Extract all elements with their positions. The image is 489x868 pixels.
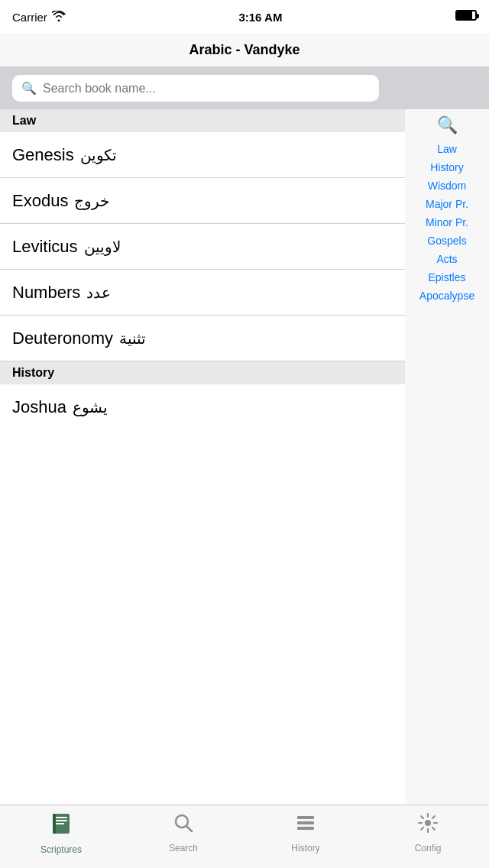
- sidebar-item-wisdom[interactable]: Wisdom: [428, 178, 467, 193]
- nav-header: Arabic - Vandyke: [0, 34, 489, 67]
- status-bar: Carrier 3:16 AM: [0, 0, 489, 34]
- svg-point-10: [425, 820, 431, 826]
- sidebar-item-gospels[interactable]: Gospels: [427, 233, 466, 248]
- book-name-joshua: Joshua يشوع: [12, 397, 108, 417]
- tab-scriptures-label: Scriptures: [40, 844, 82, 855]
- book-name-leviticus: Leviticus لاويين: [12, 237, 121, 257]
- svg-rect-4: [53, 814, 56, 834]
- sidebar-index: 🔍 Law History Wisdom Major Pr. Minor Pr.…: [405, 109, 489, 804]
- section-header-history: History: [0, 361, 405, 384]
- history-tab-icon: [294, 811, 317, 840]
- config-tab-icon: [416, 811, 439, 840]
- sidebar-item-law[interactable]: Law: [437, 141, 457, 157]
- battery-icon: [455, 10, 477, 24]
- svg-rect-9: [297, 827, 314, 830]
- book-list: Law Genesis تكوين Exodus خروج Leviticus …: [0, 109, 405, 804]
- search-bar[interactable]: 🔍: [12, 75, 379, 102]
- list-item[interactable]: Numbers عدد: [0, 270, 405, 316]
- list-item[interactable]: Joshua يشوع: [0, 384, 405, 430]
- scriptures-icon: [49, 811, 73, 841]
- search-container: 🔍: [0, 67, 489, 109]
- sidebar-search-icon[interactable]: 🔍: [437, 115, 458, 135]
- time-label: 3:16 AM: [238, 11, 282, 24]
- page-title: Arabic - Vandyke: [189, 42, 300, 58]
- section-header-law: Law: [0, 109, 405, 132]
- sidebar-item-acts[interactable]: Acts: [436, 251, 457, 267]
- sidebar-item-minor-pr[interactable]: Minor Pr.: [426, 215, 468, 230]
- sidebar-item-apocalypse[interactable]: Apocalypse: [419, 288, 474, 303]
- svg-rect-1: [55, 817, 67, 818]
- tab-scriptures[interactable]: Scriptures: [0, 811, 122, 855]
- book-name-deuteronomy: Deuteronomy تثنية: [12, 329, 146, 348]
- wifi-icon: [52, 11, 66, 24]
- book-name-exodus: Exodus خروج: [12, 191, 109, 211]
- tab-bar: Scriptures Search History: [0, 805, 489, 868]
- svg-rect-2: [55, 820, 67, 821]
- sidebar-item-history[interactable]: History: [430, 160, 464, 175]
- book-name-numbers: Numbers عدد: [12, 283, 111, 303]
- svg-rect-8: [297, 821, 314, 824]
- tab-search-label: Search: [169, 843, 198, 853]
- list-item[interactable]: Leviticus لاويين: [0, 224, 405, 270]
- list-item[interactable]: Deuteronomy تثنية: [0, 316, 405, 361]
- search-magnifier-icon: 🔍: [21, 81, 37, 96]
- main-content: Law Genesis تكوين Exodus خروج Leviticus …: [0, 109, 489, 804]
- tab-search[interactable]: Search: [122, 811, 244, 853]
- svg-rect-3: [55, 823, 64, 824]
- search-tab-icon: [172, 811, 195, 840]
- list-item[interactable]: Genesis تكوين: [0, 132, 405, 178]
- svg-line-6: [186, 826, 192, 831]
- tab-config[interactable]: Config: [367, 811, 489, 853]
- svg-rect-7: [297, 816, 314, 819]
- search-input[interactable]: [43, 82, 370, 96]
- tab-history-label: History: [291, 843, 319, 853]
- sidebar-item-major-pr[interactable]: Major Pr.: [426, 196, 468, 212]
- list-item[interactable]: Exodus خروج: [0, 178, 405, 224]
- book-name-genesis: Genesis تكوين: [12, 145, 117, 165]
- tab-config-label: Config: [415, 843, 442, 853]
- tab-history[interactable]: History: [244, 811, 367, 853]
- sidebar-item-epistles[interactable]: Epistles: [428, 270, 465, 285]
- carrier-label: Carrier: [12, 11, 66, 24]
